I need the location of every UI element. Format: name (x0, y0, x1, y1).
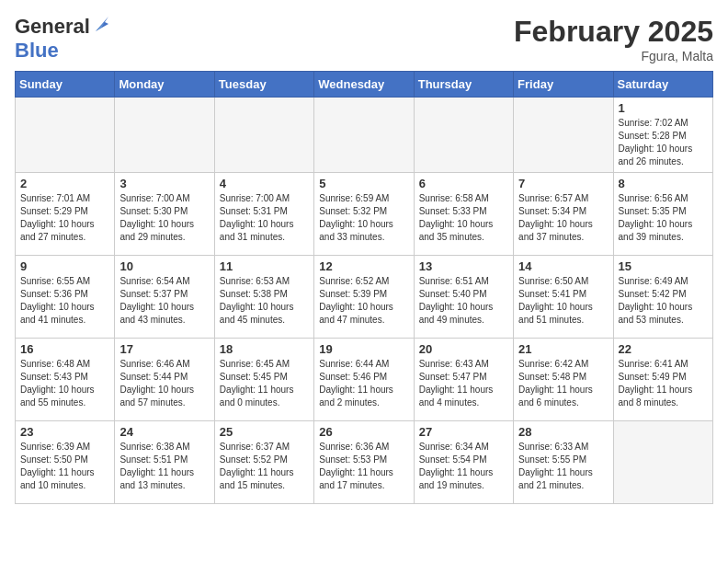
day-number: 28 (518, 425, 608, 439)
calendar-cell: 25Sunrise: 6:37 AM Sunset: 5:52 PM Dayli… (214, 421, 313, 504)
day-info: Sunrise: 6:34 AM Sunset: 5:54 PM Dayligh… (419, 441, 508, 492)
calendar-header-row: SundayMondayTuesdayWednesdayThursdayFrid… (16, 72, 713, 98)
day-number: 20 (419, 342, 508, 356)
day-info: Sunrise: 6:59 AM Sunset: 5:32 PM Dayligh… (319, 192, 408, 244)
calendar-cell (214, 98, 313, 173)
day-info: Sunrise: 6:37 AM Sunset: 5:52 PM Dayligh… (220, 441, 309, 492)
calendar-cell: 18Sunrise: 6:45 AM Sunset: 5:45 PM Dayli… (214, 339, 313, 421)
day-number: 8 (619, 177, 708, 190)
day-info: Sunrise: 6:56 AM Sunset: 5:35 PM Dayligh… (619, 192, 708, 244)
day-info: Sunrise: 6:55 AM Sunset: 5:36 PM Dayligh… (20, 275, 109, 327)
calendar-cell: 20Sunrise: 6:43 AM Sunset: 5:47 PM Dayli… (414, 339, 513, 421)
calendar-week-4: 16Sunrise: 6:48 AM Sunset: 5:43 PM Dayli… (16, 339, 713, 421)
day-info: Sunrise: 7:02 AM Sunset: 5:28 PM Dayligh… (619, 117, 708, 168)
day-number: 2 (20, 177, 109, 190)
day-header-saturday: Saturday (613, 72, 712, 98)
calendar-cell: 12Sunrise: 6:52 AM Sunset: 5:39 PM Dayli… (314, 256, 414, 339)
day-number: 17 (119, 342, 209, 356)
day-info: Sunrise: 6:48 AM Sunset: 5:43 PM Dayligh… (20, 358, 109, 409)
day-info: Sunrise: 6:45 AM Sunset: 5:45 PM Dayligh… (220, 358, 309, 409)
day-number: 12 (319, 259, 408, 273)
day-number: 11 (220, 259, 309, 273)
day-number: 21 (518, 342, 608, 356)
day-number: 22 (619, 342, 708, 356)
calendar-cell: 2Sunrise: 7:01 AM Sunset: 5:29 PM Daylig… (16, 173, 115, 256)
calendar-week-3: 9Sunrise: 6:55 AM Sunset: 5:36 PM Daylig… (16, 256, 713, 339)
day-number: 14 (518, 259, 608, 273)
calendar-cell: 21Sunrise: 6:42 AM Sunset: 5:48 PM Dayli… (514, 339, 613, 421)
calendar-cell: 13Sunrise: 6:51 AM Sunset: 5:40 PM Dayli… (414, 256, 513, 339)
calendar-cell (16, 98, 115, 173)
day-number: 1 (619, 101, 708, 115)
day-number: 18 (220, 342, 309, 356)
calendar-cell: 26Sunrise: 6:36 AM Sunset: 5:53 PM Dayli… (314, 421, 414, 504)
day-header-monday: Monday (115, 72, 214, 98)
day-info: Sunrise: 6:53 AM Sunset: 5:38 PM Dayligh… (220, 275, 309, 327)
calendar-cell: 9Sunrise: 6:55 AM Sunset: 5:36 PM Daylig… (16, 256, 115, 339)
day-info: Sunrise: 6:50 AM Sunset: 5:41 PM Dayligh… (518, 275, 608, 327)
day-info: Sunrise: 7:01 AM Sunset: 5:29 PM Dayligh… (20, 192, 109, 244)
day-info: Sunrise: 6:42 AM Sunset: 5:48 PM Dayligh… (518, 358, 608, 409)
day-number: 7 (518, 177, 608, 190)
calendar-cell: 22Sunrise: 6:41 AM Sunset: 5:49 PM Dayli… (613, 339, 712, 421)
day-number: 5 (319, 177, 408, 190)
calendar-cell: 17Sunrise: 6:46 AM Sunset: 5:44 PM Dayli… (115, 339, 214, 421)
location: Fgura, Malta (514, 49, 713, 63)
calendar-cell: 10Sunrise: 6:54 AM Sunset: 5:37 PM Dayli… (115, 256, 214, 339)
calendar-week-2: 2Sunrise: 7:01 AM Sunset: 5:29 PM Daylig… (16, 173, 713, 256)
day-number: 24 (119, 425, 209, 439)
calendar-table: SundayMondayTuesdayWednesdayThursdayFrid… (15, 71, 713, 504)
day-info: Sunrise: 6:51 AM Sunset: 5:40 PM Dayligh… (419, 275, 508, 327)
day-info: Sunrise: 6:43 AM Sunset: 5:47 PM Dayligh… (419, 358, 508, 409)
calendar-cell: 5Sunrise: 6:59 AM Sunset: 5:32 PM Daylig… (314, 173, 414, 256)
calendar-cell (514, 98, 613, 173)
day-number: 19 (319, 342, 408, 356)
calendar-cell: 15Sunrise: 6:49 AM Sunset: 5:42 PM Dayli… (613, 256, 712, 339)
logo-general-text: General (15, 15, 90, 39)
day-header-sunday: Sunday (16, 72, 115, 98)
day-number: 6 (419, 177, 508, 190)
calendar-cell: 6Sunrise: 6:58 AM Sunset: 5:33 PM Daylig… (414, 173, 513, 256)
calendar-cell: 1Sunrise: 7:02 AM Sunset: 5:28 PM Daylig… (613, 98, 712, 173)
day-info: Sunrise: 6:46 AM Sunset: 5:44 PM Dayligh… (119, 358, 209, 409)
title-block: February 2025 Fgura, Malta (514, 15, 713, 63)
day-number: 10 (119, 259, 209, 273)
day-info: Sunrise: 6:58 AM Sunset: 5:33 PM Dayligh… (419, 192, 508, 244)
day-info: Sunrise: 6:52 AM Sunset: 5:39 PM Dayligh… (319, 275, 408, 327)
day-info: Sunrise: 6:36 AM Sunset: 5:53 PM Dayligh… (319, 441, 408, 492)
calendar-cell: 3Sunrise: 7:00 AM Sunset: 5:30 PM Daylig… (115, 173, 214, 256)
calendar-cell (613, 421, 712, 504)
day-header-friday: Friday (514, 72, 613, 98)
calendar-cell: 14Sunrise: 6:50 AM Sunset: 5:41 PM Dayli… (514, 256, 613, 339)
calendar-cell: 16Sunrise: 6:48 AM Sunset: 5:43 PM Dayli… (16, 339, 115, 421)
calendar-cell (314, 98, 414, 173)
day-info: Sunrise: 6:49 AM Sunset: 5:42 PM Dayligh… (619, 275, 708, 327)
day-info: Sunrise: 6:41 AM Sunset: 5:49 PM Dayligh… (619, 358, 708, 409)
day-header-wednesday: Wednesday (314, 72, 414, 98)
day-number: 3 (119, 177, 209, 190)
calendar-cell: 8Sunrise: 6:56 AM Sunset: 5:35 PM Daylig… (613, 173, 712, 256)
day-info: Sunrise: 6:57 AM Sunset: 5:34 PM Dayligh… (518, 192, 608, 244)
calendar-cell: 4Sunrise: 7:00 AM Sunset: 5:31 PM Daylig… (214, 173, 313, 256)
day-info: Sunrise: 6:38 AM Sunset: 5:51 PM Dayligh… (119, 441, 209, 492)
month-title: February 2025 (514, 15, 713, 49)
day-header-tuesday: Tuesday (214, 72, 313, 98)
logo: General Blue (15, 15, 112, 63)
calendar-week-5: 23Sunrise: 6:39 AM Sunset: 5:50 PM Dayli… (16, 421, 713, 504)
day-number: 26 (319, 425, 408, 439)
day-info: Sunrise: 6:39 AM Sunset: 5:50 PM Dayligh… (20, 441, 109, 492)
day-info: Sunrise: 6:54 AM Sunset: 5:37 PM Dayligh… (119, 275, 209, 327)
day-info: Sunrise: 6:44 AM Sunset: 5:46 PM Dayligh… (319, 358, 408, 409)
svg-marker-0 (96, 17, 108, 31)
day-number: 16 (20, 342, 109, 356)
day-number: 25 (220, 425, 309, 439)
calendar-cell: 28Sunrise: 6:33 AM Sunset: 5:55 PM Dayli… (514, 421, 613, 504)
day-number: 13 (419, 259, 508, 273)
logo-icon (92, 15, 112, 35)
day-info: Sunrise: 7:00 AM Sunset: 5:30 PM Dayligh… (119, 192, 209, 244)
calendar-cell: 24Sunrise: 6:38 AM Sunset: 5:51 PM Dayli… (115, 421, 214, 504)
calendar-cell (115, 98, 214, 173)
calendar-cell (414, 98, 513, 173)
day-info: Sunrise: 7:00 AM Sunset: 5:31 PM Dayligh… (220, 192, 309, 244)
calendar-cell: 11Sunrise: 6:53 AM Sunset: 5:38 PM Dayli… (214, 256, 313, 339)
